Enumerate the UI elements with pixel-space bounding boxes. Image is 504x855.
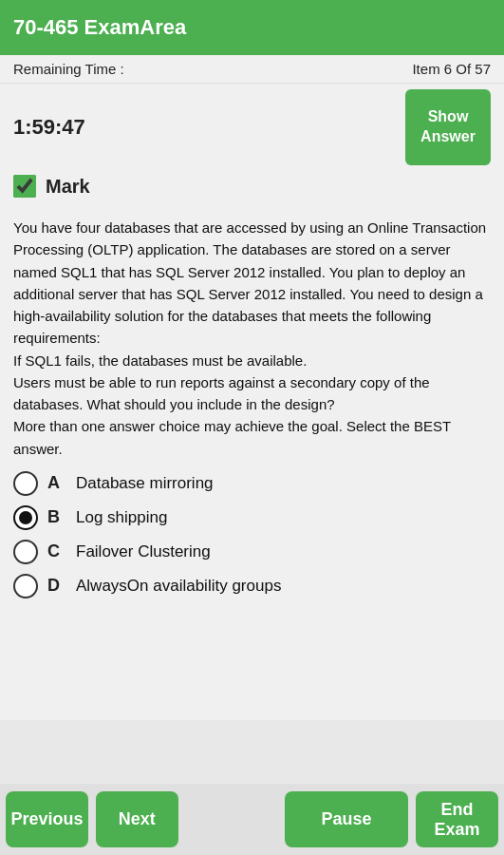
option-item-d[interactable]: DAlwaysOn availability groups <box>13 574 491 598</box>
status-bar: Remaining Time : Item 6 Of 57 <box>0 55 504 84</box>
option-radio-a <box>13 471 38 496</box>
question-area: You have four databases that are accesse… <box>0 207 504 720</box>
option-letter-b: B <box>47 507 66 527</box>
option-item-a[interactable]: ADatabase mirroring <box>13 471 491 496</box>
app-title: 70-465 ExamArea <box>13 15 186 40</box>
mark-label[interactable]: Mark <box>46 176 90 198</box>
end-exam-button[interactable]: End Exam <box>416 791 498 847</box>
option-radio-c <box>13 540 38 564</box>
option-item-b[interactable]: BLog shipping <box>13 505 491 530</box>
option-radio-d <box>13 574 38 598</box>
mark-row: Mark <box>0 175 504 207</box>
option-text-c: Failover Clustering <box>76 542 211 561</box>
options-list: ADatabase mirroringBLog shippingCFailove… <box>13 471 491 598</box>
pause-button[interactable]: Pause <box>285 791 408 847</box>
option-text-d: AlwaysOn availability groups <box>76 577 281 596</box>
option-text-a: Database mirroring <box>76 474 214 493</box>
item-info: Item 6 Of 57 <box>412 61 491 77</box>
option-item-c[interactable]: CFailover Clustering <box>13 540 491 564</box>
timer-row: 1:59:47 Show Answer <box>0 84 504 175</box>
timer-display: 1:59:47 <box>13 115 85 140</box>
bottom-nav: Previous Next Pause End Exam <box>0 784 504 855</box>
remaining-time-label: Remaining Time : <box>13 61 124 77</box>
nav-spacer <box>182 784 281 855</box>
header: 70-465 ExamArea <box>0 0 504 55</box>
previous-button[interactable]: Previous <box>6 791 88 847</box>
option-letter-c: C <box>47 542 66 561</box>
option-letter-d: D <box>47 576 66 596</box>
mark-checkbox[interactable] <box>13 175 36 198</box>
option-letter-a: A <box>47 473 66 493</box>
question-text: You have four databases that are accesse… <box>13 217 491 460</box>
show-answer-button[interactable]: Show Answer <box>405 89 491 165</box>
option-radio-b <box>13 505 38 530</box>
next-button[interactable]: Next <box>96 791 178 847</box>
option-text-b: Log shipping <box>76 508 167 527</box>
